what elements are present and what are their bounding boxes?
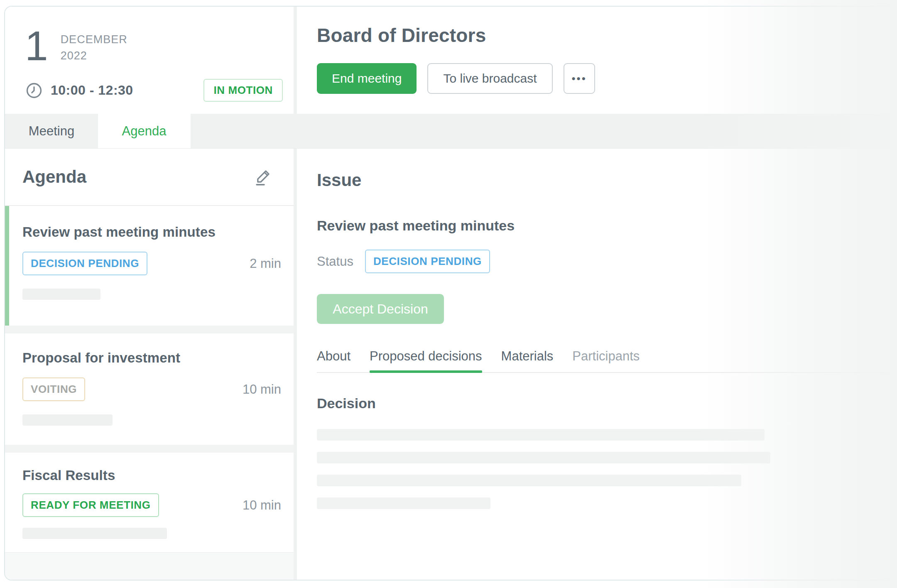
item-separator [5,445,294,453]
date-month: DECEMBER [61,32,127,48]
time-row: 10:00 - 12:30 IN MOTION [25,79,283,102]
date-month-year: DECEMBER 2022 [61,27,127,65]
item-separator [5,326,294,333]
pencil-icon [254,167,273,186]
agenda-item-meta: VOITING 10 min [22,377,281,401]
agenda-item-title: Proposal for investment [22,350,281,366]
tab-about[interactable]: About [317,349,350,372]
tab-materials[interactable]: Materials [501,349,554,372]
status-label: Status [317,254,353,269]
decision-skeleton-group [317,429,897,509]
live-broadcast-button[interactable]: To live broadcast [427,63,552,94]
decision-section-title: Decision [317,395,897,412]
vertical-divider [294,7,297,114]
skeleton-bar [22,414,113,426]
status-badge: VOITING [22,377,85,401]
issue-tabs: About Proposed decisions Materials Parti… [317,349,897,373]
date-day: 1 [25,27,48,65]
page-title: Board of Directors [317,24,897,47]
duration-label: 10 min [243,498,281,513]
issue-status-row: Status DECISION PENDING [317,250,897,273]
skeleton-bar [317,497,490,509]
issue-subtitle: Review past meeting minutes [317,218,897,234]
meeting-date-card: 1 DECEMBER 2022 10:00 - 12:30 IN MOTION [5,7,294,114]
agenda-item[interactable]: Review past meeting minutes DECISION PEN… [5,206,294,326]
date-block: 1 DECEMBER 2022 [25,27,283,65]
header-actions: End meeting To live broadcast ••• [317,63,897,94]
agenda-list-footer [5,552,294,580]
content-row: Agenda Review past meeting minutes DECIS… [5,149,897,580]
date-year: 2022 [61,48,127,64]
agenda-item-title: Fiscal Results [22,468,281,483]
tab-row-filler [191,114,897,148]
meeting-status-badge: IN MOTION [203,79,283,102]
accept-decision-button[interactable]: Accept Decision [317,294,444,324]
agenda-item[interactable]: Fiscal Results READY FOR MEETING 10 min [5,453,294,552]
skeleton-bar [317,429,765,441]
agenda-panel-title: Agenda [22,167,86,187]
tab-participants[interactable]: Participants [572,349,640,372]
end-meeting-button[interactable]: End meeting [317,63,417,94]
duration-label: 10 min [243,382,281,397]
edit-agenda-button[interactable] [253,166,274,188]
issue-status-badge: DECISION PENDING [365,250,490,273]
duration-label: 2 min [250,256,281,271]
agenda-panel: Agenda Review past meeting minutes DECIS… [5,149,294,580]
issue-panel-title: Issue [317,170,897,190]
vertical-divider [294,149,297,580]
tab-proposed-decisions[interactable]: Proposed decisions [370,349,482,372]
agenda-item[interactable]: Proposal for investment VOITING 10 min [5,333,294,445]
meeting-app-container: 1 DECEMBER 2022 10:00 - 12:30 IN MOTION … [4,6,897,581]
issue-panel: Issue Review past meeting minutes Status… [297,149,897,580]
header-row: 1 DECEMBER 2022 10:00 - 12:30 IN MOTION … [5,7,897,114]
skeleton-bar [22,289,100,300]
clock-icon [25,81,43,100]
main-tabs: Meeting Agenda [5,114,897,149]
tab-meeting[interactable]: Meeting [5,114,98,148]
skeleton-bar [22,528,167,539]
agenda-item-meta: DECISION PENDING 2 min [22,252,281,275]
status-badge: READY FOR MEETING [22,493,159,517]
skeleton-bar [317,452,770,463]
skeleton-bar [317,475,741,486]
header-main: Board of Directors End meeting To live b… [297,7,897,114]
tab-agenda[interactable]: Agenda [99,114,189,148]
agenda-header: Agenda [5,149,294,206]
agenda-item-title: Review past meeting minutes [22,224,281,240]
status-badge: DECISION PENDING [22,252,147,275]
more-actions-button[interactable]: ••• [564,63,595,94]
time-range-label: 10:00 - 12:30 [51,83,133,98]
agenda-item-meta: READY FOR MEETING 10 min [22,493,281,517]
